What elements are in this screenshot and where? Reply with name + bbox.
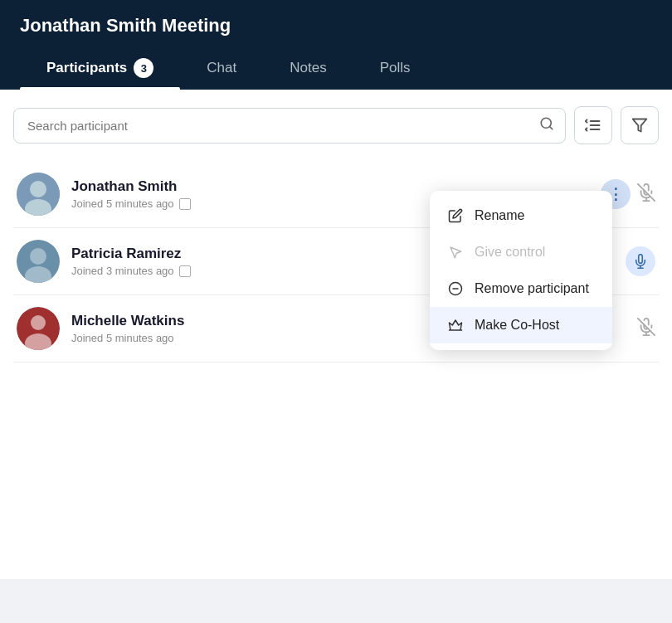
dropdown-item-remove[interactable]: Remove participant [430,270,612,307]
tabs-bar: Participants 3 Chat Notes Polls [20,50,652,90]
crown-icon [446,318,465,333]
rename-label: Rename [475,208,524,223]
search-icon [539,116,554,134]
make-cohost-label: Make Co-Host [475,318,559,333]
svg-point-20 [31,315,46,330]
search-row [13,106,659,144]
main-content: Jonathan Smith Joined 5 minutes ago ⋮ [0,90,672,579]
filter-button[interactable] [621,106,659,144]
svg-point-7 [30,181,46,197]
table-row: Jonathan Smith Joined 5 minutes ago ⋮ [13,161,659,228]
svg-line-1 [549,126,552,129]
tab-participants-label: Participants [46,60,127,76]
tab-chat[interactable]: Chat [180,50,263,90]
tab-polls[interactable]: Polls [353,50,437,90]
tab-notes-label: Notes [290,60,326,76]
status-checkbox [179,198,191,210]
header: Jonathan Smith Meeting Participants 3 Ch… [0,0,672,90]
tab-chat-label: Chat [207,60,236,76]
cursor-icon [446,245,465,260]
app-container: Jonathan Smith Meeting Participants 3 Ch… [0,0,672,579]
svg-marker-5 [633,119,647,132]
sort-button[interactable] [574,106,612,144]
participant-list: Jonathan Smith Joined 5 minutes ago ⋮ [13,161,659,363]
avatar [17,307,60,350]
tab-participants[interactable]: Participants 3 [20,50,180,90]
dropdown-menu: Rename Give control [430,191,612,350]
svg-point-15 [30,248,46,265]
dropdown-item-cohost[interactable]: Make Co-Host [430,307,612,343]
participant-actions [637,318,655,340]
participants-badge: 3 [134,58,153,78]
search-wrapper [13,108,566,144]
dropdown-item-rename[interactable]: Rename [430,197,612,234]
mic-button[interactable] [626,246,655,276]
search-input[interactable] [13,108,566,144]
status-checkbox [179,265,191,277]
avatar [17,240,60,283]
dropdown-item-give-control: Give control [430,234,612,270]
muted-mic-icon [637,318,655,340]
minus-circle-icon [446,281,465,296]
tab-notes[interactable]: Notes [263,50,353,90]
pencil-icon [446,208,465,223]
avatar [17,173,60,216]
give-control-label: Give control [475,245,545,260]
muted-mic-icon [637,183,655,206]
remove-participant-label: Remove participant [475,281,589,296]
participant-actions [626,246,655,276]
tab-polls-label: Polls [380,60,411,76]
meeting-title: Jonathan Smith Meeting [20,15,652,37]
